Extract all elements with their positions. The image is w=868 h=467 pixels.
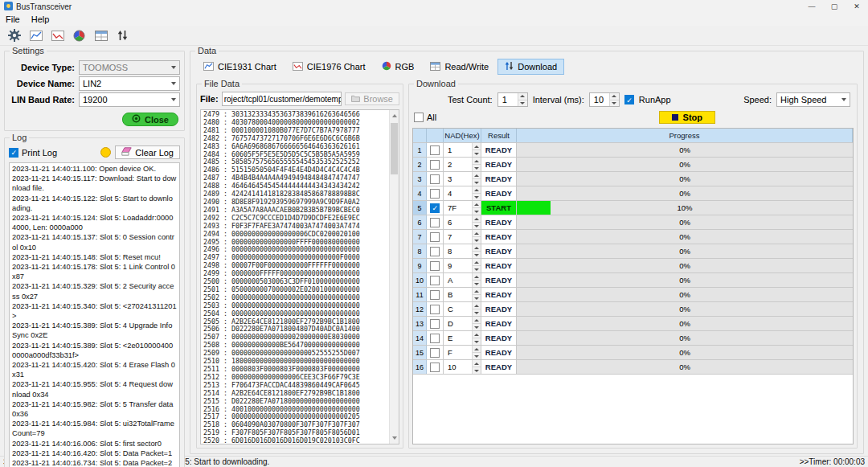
device-name-select[interactable]: LIN2 (79, 76, 180, 91)
nad-spinner[interactable] (472, 302, 481, 316)
test-count-spinner[interactable]: 1 (497, 92, 528, 107)
row-checkbox-cell[interactable] (427, 346, 444, 359)
row-checkbox-cell[interactable] (427, 201, 444, 215)
row-checkbox-cell[interactable] (427, 288, 444, 301)
tab-cie1931-chart[interactable]: CIE1931 Chart (196, 59, 284, 75)
log-status-dot-icon[interactable] (100, 147, 111, 158)
row-checkbox[interactable] (430, 145, 440, 155)
nad-cell[interactable]: 7 (444, 230, 481, 244)
nad-value[interactable]: C (444, 302, 453, 316)
cie1931-chart-icon[interactable] (28, 28, 43, 43)
read-write-icon[interactable] (93, 28, 108, 43)
tab-cie1976-chart[interactable]: CIE1976 Chart (285, 59, 373, 75)
nad-cell[interactable]: C (444, 302, 481, 316)
nad-value[interactable]: 6 (444, 215, 452, 229)
nad-cell[interactable]: F (444, 346, 481, 359)
nad-spinner[interactable] (472, 273, 481, 287)
chevron-down-icon[interactable] (838, 98, 850, 101)
rgb-wheel-icon[interactable] (72, 28, 87, 43)
row-index[interactable]: 2 (413, 158, 427, 171)
row-index[interactable]: 16 (413, 360, 427, 374)
close-device-button[interactable]: Close (122, 113, 178, 126)
spinner-arrows[interactable] (609, 93, 619, 106)
nad-cell[interactable]: 1 (444, 143, 481, 157)
cie1976-chart-icon[interactable] (50, 28, 65, 43)
row-checkbox-cell[interactable] (427, 360, 444, 374)
nad-spinner[interactable] (472, 215, 481, 229)
nad-value[interactable]: B (444, 288, 452, 301)
nad-spinner[interactable] (472, 230, 481, 244)
file-path-input[interactable]: roject/tcpl01/customer/demotemplete/peac… (222, 92, 342, 106)
nad-spinner[interactable] (472, 172, 481, 186)
nad-cell[interactable]: 10 (444, 360, 481, 374)
nad-value[interactable]: 2 (444, 158, 452, 171)
nad-spinner[interactable] (472, 244, 481, 258)
row-checkbox[interactable] (430, 189, 440, 199)
interval-spinner[interactable]: 10 (589, 92, 620, 107)
nad-cell[interactable]: 4 (444, 186, 481, 200)
tab-download[interactable]: Download (497, 59, 564, 75)
chevron-down-icon[interactable] (168, 98, 179, 101)
row-checkbox[interactable] (430, 218, 440, 227)
row-index[interactable]: 7 (413, 230, 427, 244)
row-checkbox[interactable] (430, 160, 440, 170)
nad-cell[interactable]: E (444, 331, 481, 345)
menu-item[interactable]: File (0, 14, 26, 25)
nad-spinner[interactable] (472, 201, 481, 215)
nad-spinner[interactable] (472, 331, 481, 345)
settings-gear-icon[interactable] (6, 28, 22, 43)
row-index[interactable]: 5 (413, 201, 427, 215)
nad-value[interactable]: A (444, 273, 452, 287)
scroll-up-icon[interactable] (390, 111, 399, 121)
nad-spinner[interactable] (472, 143, 481, 157)
row-checkbox-cell[interactable] (427, 215, 444, 229)
row-index[interactable]: 11 (413, 288, 427, 301)
baud-rate-select[interactable]: 19200 (79, 92, 180, 107)
row-index[interactable]: 1 (413, 143, 427, 157)
row-index[interactable]: 6 (413, 215, 427, 229)
row-checkbox[interactable] (430, 290, 440, 300)
row-index[interactable]: 9 (413, 259, 427, 272)
row-checkbox-cell[interactable] (427, 317, 444, 330)
nad-value[interactable]: 10 (444, 360, 457, 374)
speed-select[interactable]: High Speed (776, 92, 850, 107)
row-checkbox-cell[interactable] (427, 230, 444, 244)
nad-spinner[interactable] (472, 346, 481, 359)
row-checkbox-cell[interactable] (427, 186, 444, 200)
nad-cell[interactable]: A (444, 273, 481, 287)
row-checkbox-cell[interactable] (427, 143, 444, 157)
maximize-button[interactable]: ▢ (823, 0, 845, 13)
tab-read-write[interactable]: Read/Write (423, 59, 496, 75)
file-hex-list[interactable]: 2479 : 303132333435363738396162636465662… (200, 109, 399, 444)
test-count-value[interactable]: 1 (498, 93, 518, 106)
close-window-button[interactable]: ✕ (845, 0, 868, 13)
chevron-down-icon[interactable] (168, 82, 179, 85)
nad-value[interactable]: 4 (444, 186, 452, 200)
stop-button[interactable]: Stop (659, 111, 715, 124)
nad-cell[interactable]: 2 (444, 158, 481, 171)
nad-value[interactable]: E (444, 331, 452, 345)
nad-value[interactable]: 7F (444, 201, 457, 215)
row-checkbox[interactable] (430, 174, 440, 184)
nad-cell[interactable]: 3 (444, 172, 481, 186)
transfer-updown-icon[interactable] (115, 28, 130, 43)
row-checkbox-cell[interactable] (427, 302, 444, 316)
row-checkbox[interactable] (430, 319, 440, 329)
nad-value[interactable]: 3 (444, 172, 452, 186)
nad-spinner[interactable] (472, 288, 481, 301)
nad-spinner[interactable] (472, 259, 481, 272)
row-index[interactable]: 3 (413, 172, 427, 186)
nad-value[interactable]: 8 (444, 244, 452, 258)
row-checkbox-cell[interactable] (427, 244, 444, 258)
nad-cell[interactable]: 9 (444, 259, 481, 272)
row-index[interactable]: 10 (413, 273, 427, 287)
row-index[interactable]: 14 (413, 331, 427, 345)
all-checkbox[interactable] (414, 113, 424, 122)
nad-cell[interactable]: 6 (444, 215, 481, 229)
row-checkbox-cell[interactable] (427, 259, 444, 272)
row-checkbox[interactable] (430, 203, 440, 213)
nad-spinner[interactable] (472, 186, 481, 200)
row-checkbox-cell[interactable] (427, 172, 444, 186)
tab-rgb[interactable]: RGB (375, 59, 422, 75)
nad-value[interactable]: 7 (444, 230, 452, 244)
